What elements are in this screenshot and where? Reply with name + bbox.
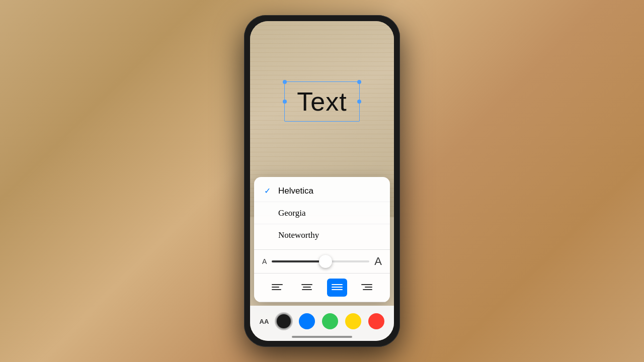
checkmark-noteworthy: ✓	[264, 231, 272, 240]
font-item-helvetica[interactable]: ✓ Helvetica	[254, 180, 390, 202]
color-red[interactable]	[368, 313, 384, 329]
color-black[interactable]	[276, 313, 292, 329]
font-item-noteworthy[interactable]: ✓ Noteworthy	[254, 224, 390, 246]
checkmark-helvetica: ✓	[264, 186, 272, 196]
font-list: ✓ Helvetica ✓ Georgia ✓ Noteworthy	[254, 177, 390, 250]
handle-mid-left[interactable]	[283, 100, 287, 104]
handle-top-right[interactable]	[357, 80, 361, 84]
phone-body: Text ✓ Helvetica ✓ Georgia	[244, 15, 400, 347]
font-name-noteworthy: Noteworthy	[278, 230, 319, 240]
color-blue[interactable]	[299, 313, 315, 329]
slider-fill	[272, 260, 326, 262]
color-green[interactable]	[322, 313, 338, 329]
font-name-georgia: Georgia	[278, 208, 305, 218]
font-picker-panel: ✓ Helvetica ✓ Georgia ✓ Noteworthy	[254, 177, 390, 302]
alignment-section	[254, 274, 390, 302]
align-justify-button[interactable]	[327, 279, 347, 297]
slider-thumb[interactable]	[319, 255, 332, 268]
align-left-button[interactable]	[267, 279, 287, 297]
align-right-button[interactable]	[357, 279, 377, 297]
handle-top-left[interactable]	[283, 80, 287, 84]
font-item-georgia[interactable]: ✓ Georgia	[254, 202, 390, 224]
size-slider-section: A A	[254, 250, 390, 274]
align-center-button[interactable]	[297, 279, 317, 297]
canvas-text[interactable]: Text	[297, 86, 347, 117]
handle-mid-right[interactable]	[357, 100, 361, 104]
phone-screen: Text ✓ Helvetica ✓ Georgia	[250, 21, 394, 341]
aa-button[interactable]: AA	[260, 318, 269, 325]
size-slider-track[interactable]	[272, 260, 369, 262]
font-name-helvetica: Helvetica	[278, 186, 313, 196]
size-large-label: A	[374, 255, 382, 268]
home-indicator	[292, 336, 352, 338]
checkmark-georgia: ✓	[264, 208, 272, 218]
color-yellow[interactable]	[345, 313, 361, 329]
size-small-label: A	[262, 257, 267, 265]
phone: Text ✓ Helvetica ✓ Georgia	[244, 15, 400, 347]
